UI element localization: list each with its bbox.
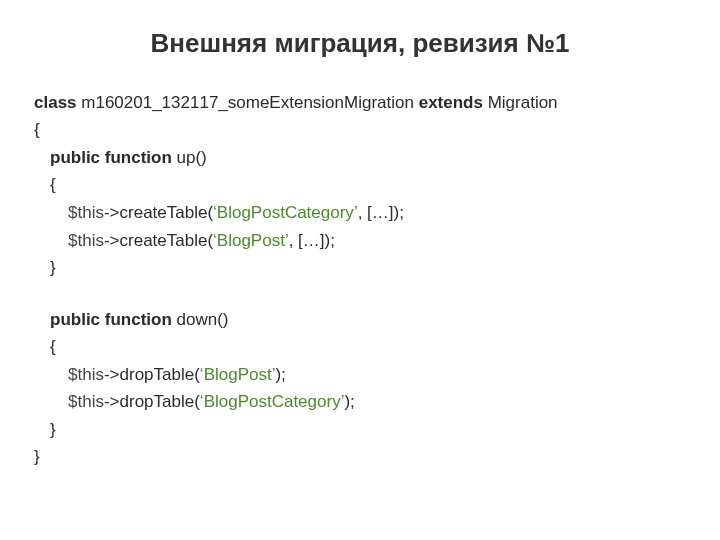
code-line: $this->dropTable(‘BlogPost’); [68,361,686,389]
method-dropTable: ->dropTable( [104,365,200,384]
keyword-extends: extends [419,93,483,112]
code-line: { [50,171,686,199]
class-name: m160201_132117_someExtensionMigration [77,93,419,112]
code-line: } [50,416,686,444]
method-createTable: ->createTable( [104,231,213,250]
rest-args: , […]); [289,231,335,250]
method-dropTable: ->dropTable( [104,392,200,411]
close-paren: ); [275,365,285,384]
code-line: $this->createTable(‘BlogPost’, […]); [68,227,686,255]
code-line: } [34,443,686,471]
keyword-public-function: public function [50,310,172,329]
code-line: $this->dropTable(‘BlogPostCategory’); [68,388,686,416]
var-this: $this [68,365,104,384]
string-literal: ‘BlogPostCategory’ [200,392,345,411]
var-this: $this [68,231,104,250]
extends-name: Migration [483,93,558,112]
blank-line [34,282,686,306]
code-line: public function up() [50,144,686,172]
string-literal: ‘BlogPost’ [200,365,276,384]
function-name-down: down() [172,310,229,329]
var-this: $this [68,392,104,411]
code-line: { [34,116,686,144]
method-createTable: ->createTable( [104,203,213,222]
keyword-public-function: public function [50,148,172,167]
var-this: $this [68,203,104,222]
code-block: class m160201_132117_someExtensionMigrat… [34,89,686,471]
keyword-class: class [34,93,77,112]
close-paren: ); [344,392,354,411]
code-line: $this->createTable(‘BlogPostCategory’, [… [68,199,686,227]
code-line: class m160201_132117_someExtensionMigrat… [34,89,686,117]
code-line: public function down() [50,306,686,334]
slide-title: Внешняя миграция, ревизия №1 [34,22,686,65]
code-line: } [50,254,686,282]
string-literal: ‘BlogPostCategory’ [213,203,358,222]
code-line: { [50,333,686,361]
rest-args: , […]); [358,203,404,222]
string-literal: ‘BlogPost’ [213,231,289,250]
function-name-up: up() [172,148,207,167]
